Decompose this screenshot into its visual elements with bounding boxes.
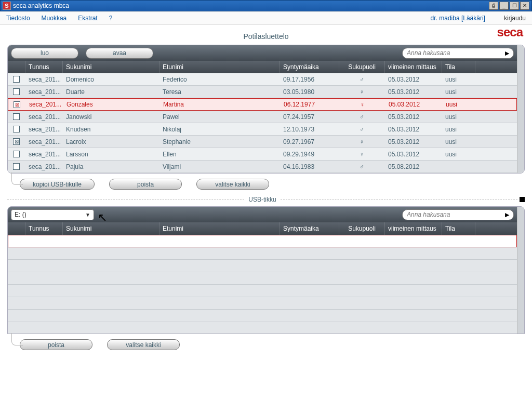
minimize-button[interactable]: _ (499, 2, 509, 10)
cell-ln: Pajula (63, 161, 159, 172)
usb-col-status[interactable]: Tila (442, 222, 475, 235)
menu-bar: Tiedosto Muokkaa Ekstrat ? dr. madiba [L… (0, 11, 532, 25)
table-row[interactable]: seca_201...LarssonEllen09.29.1949♀05.03.… (8, 148, 517, 161)
cell-dob: 06.12.1977 (281, 99, 340, 110)
cell-id: seca_201... (25, 136, 63, 148)
row-checkbox[interactable] (13, 163, 20, 170)
delete-button[interactable]: poista (109, 179, 182, 190)
open-button[interactable]: avaa (86, 48, 153, 59)
cell-dob: 09.27.1967 (280, 136, 339, 148)
window-title: seca analytics mbca (13, 2, 69, 9)
cell-st: uusi (442, 148, 475, 160)
usb-empty-row[interactable] (8, 235, 517, 247)
usb-col-dob[interactable]: Syntymäaika (280, 222, 339, 235)
row-checkbox[interactable] (13, 76, 20, 83)
usb-delete-button[interactable]: poista (20, 339, 92, 350)
current-user: dr. madiba [Lääkäri] (431, 15, 485, 22)
cell-lm: 05.03.2012 (385, 86, 442, 98)
cell-sex: ♀ (339, 136, 385, 148)
usb-search-input[interactable] (407, 211, 495, 218)
table-row[interactable]: seca_201...JanowskiPawel07.24.1957♂05.03… (8, 111, 517, 123)
cell-fn: Pawel (159, 111, 280, 123)
table-row[interactable]: seca_201...DuarteTeresa03.05.1980♀05.03.… (8, 86, 517, 98)
drive-select[interactable]: E: () ▼ (11, 209, 94, 220)
search-box[interactable]: ▶ (402, 48, 514, 59)
cell-id: seca_201... (25, 86, 63, 98)
menu-extras[interactable]: Ekstrat (78, 15, 97, 22)
cell-st (442, 161, 475, 172)
cell-lm: 05.03.2012 (385, 123, 442, 135)
usb-col-sex[interactable]: Sukupuoli (339, 222, 385, 235)
copy-usb-button[interactable]: kopioi USB-tikulle (20, 179, 95, 190)
close-button[interactable]: ✕ (520, 2, 529, 10)
usb-search-go-icon[interactable]: ▶ (505, 211, 509, 218)
usb-panel: E: () ▼ ▶ Tunnus Sukunimi Etunimi Syntym… (7, 206, 525, 334)
cell-lm: 05.08.2012 (385, 161, 442, 172)
create-button[interactable]: luo (11, 48, 78, 59)
cell-fn: Viljami (159, 161, 280, 172)
usb-col-lastmeas[interactable]: viimeinen mittaus (385, 222, 442, 235)
cell-fn: Ellen (159, 148, 280, 160)
menu-help[interactable]: ? (109, 15, 113, 22)
cell-lm: 05.03.2012 (385, 73, 442, 85)
usb-col-lastname[interactable]: Sukunimi (63, 222, 159, 235)
usb-search-box[interactable]: ▶ (402, 209, 514, 220)
login-link[interactable]: kirjaudu (504, 15, 526, 22)
cell-dob: 09.29.1949 (280, 148, 339, 160)
table-row[interactable]: seca_201...KnudsenNikolaj12.10.1973♂05.0… (8, 123, 517, 136)
cell-dob: 04.16.1983 (280, 161, 339, 172)
cell-fn: Teresa (159, 86, 280, 98)
cell-ln: Larsson (63, 148, 159, 160)
col-lastname[interactable]: Sukunimi (63, 61, 159, 73)
row-checkbox[interactable] (13, 151, 20, 157)
search-go-icon[interactable]: ▶ (505, 50, 509, 57)
print-button[interactable]: ⎙ (489, 2, 498, 10)
maximize-button[interactable]: ☐ (510, 2, 519, 10)
cell-fn: Stephanie (159, 136, 280, 148)
chevron-down-icon: ▼ (85, 212, 90, 218)
cell-sex: ♀ (340, 99, 385, 110)
cell-ln: Janowski (63, 111, 159, 123)
col-lastmeas[interactable]: viimeinen mittaus (385, 61, 442, 73)
usb-select-all-button[interactable]: valitse kaikki (107, 339, 180, 350)
col-id[interactable]: Tunnus (25, 61, 63, 73)
col-firstname[interactable]: Etunimi (159, 61, 280, 73)
cell-sex: ♂ (339, 123, 385, 135)
col-dob[interactable]: Syntymäaika (280, 61, 339, 73)
row-checkbox[interactable] (13, 126, 20, 132)
divider-handle-icon[interactable] (520, 197, 525, 202)
cell-ln: Duarte (63, 86, 159, 98)
col-sex[interactable]: Sukupuoli (339, 61, 385, 73)
search-input[interactable] (407, 49, 495, 57)
table-row[interactable]: seca_201...DomenicoFederico09.17.1956♂05… (8, 73, 517, 86)
usb-col-firstname[interactable]: Etunimi (159, 222, 280, 235)
scrollbar[interactable] (517, 45, 524, 173)
usb-scrollbar[interactable] (517, 207, 524, 334)
row-checkbox[interactable]: ⊠ (13, 138, 20, 145)
row-checkbox[interactable] (13, 88, 20, 95)
table-row[interactable]: ⊠seca_201...GonzalesMartina06.12.1977♀05… (8, 98, 517, 111)
drive-label: E: () (15, 211, 26, 218)
page-title: Potilasluettelo (7, 32, 525, 41)
table-row[interactable]: seca_201...PajulaViljami04.16.1983♂05.08… (8, 161, 517, 173)
patient-actions: kopioi USB-tikulle poista valitse kaikki (7, 174, 525, 193)
cell-st: uusi (442, 111, 475, 123)
usb-col-check[interactable] (8, 222, 25, 235)
table-row[interactable]: ⊠seca_201...LacroixStephanie09.27.1967♀0… (8, 136, 517, 148)
row-checkbox[interactable]: ⊠ (14, 101, 20, 108)
usb-col-id[interactable]: Tunnus (25, 222, 63, 235)
cell-sex: ♂ (339, 111, 385, 123)
cell-st: uusi (442, 73, 475, 85)
cell-st: uusi (443, 99, 476, 110)
row-checkbox[interactable] (13, 113, 20, 120)
cell-dob: 12.10.1973 (280, 123, 339, 135)
menu-edit[interactable]: Muokkaa (42, 15, 67, 22)
cell-id: seca_201... (25, 123, 63, 135)
col-status[interactable]: Tila (442, 61, 475, 73)
select-all-button[interactable]: valitse kaikki (196, 179, 269, 190)
cell-dob: 03.05.1980 (280, 86, 339, 98)
cell-id: seca_201... (25, 111, 63, 123)
col-check[interactable] (8, 61, 25, 73)
menu-file[interactable]: Tiedosto (6, 15, 30, 22)
cell-lm: 05.03.2012 (385, 99, 443, 110)
